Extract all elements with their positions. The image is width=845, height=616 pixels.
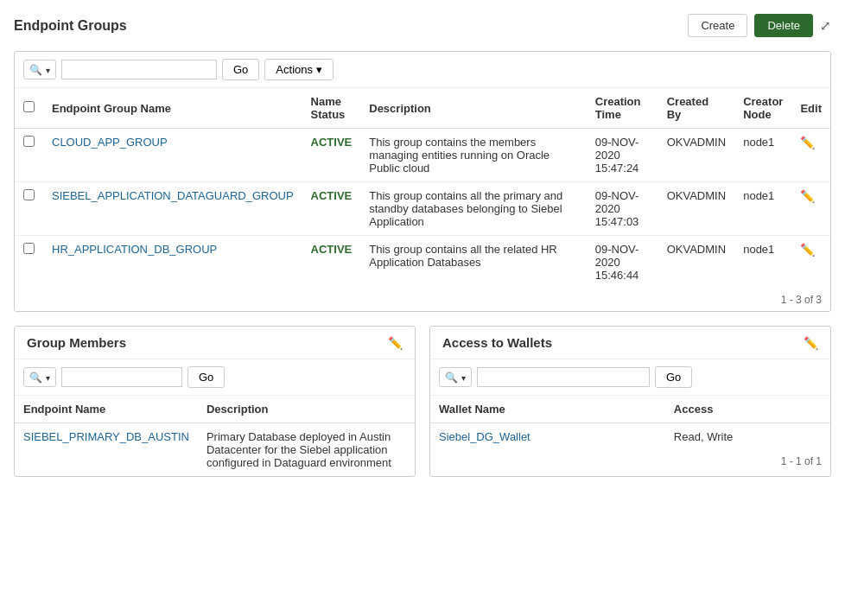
header-buttons: Create Delete ⤢ <box>688 14 831 37</box>
wallet-name-link[interactable]: Siebel_DG_Wallet <box>439 430 531 443</box>
row-name: CLOUD_APP_GROUP <box>43 129 302 182</box>
expand-icon[interactable]: ⤢ <box>820 18 831 34</box>
row-name: SIEBEL_APPLICATION_DATAGUARD_GROUP <box>43 182 302 236</box>
row-description: This group contains all the related HR A… <box>360 236 587 289</box>
row-edit-icon[interactable]: ✏️ <box>800 189 815 203</box>
row-edit: ✏️ <box>791 129 830 182</box>
actions-button[interactable]: Actions ▾ <box>264 59 334 80</box>
row-checkbox[interactable] <box>23 136 35 147</box>
row-edit-icon[interactable]: ✏️ <box>800 136 815 149</box>
row-edit: ✏️ <box>791 182 830 236</box>
table-row: HR_APPLICATION_DB_GROUP ACTIVE This grou… <box>15 236 830 289</box>
atw-row-wallet-name: Siebel_DG_Wallet <box>430 423 665 451</box>
gm-table-row: SIEBEL_PRIMARY_DB_AUSTIN Primary Databas… <box>15 423 415 477</box>
search-icon: 🔍 <box>29 64 42 76</box>
group-name-link[interactable]: HR_APPLICATION_DB_GROUP <box>52 243 217 256</box>
atw-search-icon: 🔍 <box>445 372 458 384</box>
row-creation-time: 09-NOV-202015:47:24 <box>587 129 658 182</box>
atw-table: Wallet Name Access Siebel_DG_Wallet Read… <box>430 396 830 450</box>
main-section: 🔍 Go Actions ▾ Endpoint Group Name NameS… <box>14 51 831 312</box>
row-creation-time: 09-NOV-202015:47:03 <box>587 182 658 236</box>
row-created-by: OKVADMIN <box>658 182 734 236</box>
group-name-link[interactable]: CLOUD_APP_GROUP <box>52 136 168 149</box>
atw-search-dropdown-icon[interactable] <box>461 371 466 384</box>
atw-search-input[interactable] <box>477 367 650 387</box>
col-name-status: NameStatus <box>302 88 361 129</box>
row-creator-node: node1 <box>734 236 791 289</box>
gm-header-row: Endpoint Name Description <box>15 396 415 423</box>
group-members-header: Group Members ✏️ <box>15 327 415 359</box>
row-description: This group contains the members managing… <box>360 129 587 182</box>
row-checkbox[interactable] <box>23 189 35 200</box>
row-edit-icon[interactable]: ✏️ <box>800 243 815 257</box>
delete-button[interactable]: Delete <box>754 14 813 37</box>
col-creation-time: CreationTime <box>587 88 658 129</box>
atw-col-wallet-name: Wallet Name <box>430 396 665 423</box>
search-dropdown-icon[interactable] <box>46 63 50 76</box>
atw-header-row: Wallet Name Access <box>430 396 830 423</box>
search-input[interactable] <box>61 60 217 79</box>
row-creator-node: node1 <box>734 182 791 236</box>
atw-table-row: Siebel_DG_Wallet Read, Write <box>430 423 830 451</box>
row-description: This group contains all the primary and … <box>360 182 587 236</box>
bottom-sections: Group Members ✏️ 🔍 Go Endpoint Name Desc… <box>14 326 831 477</box>
main-toolbar: 🔍 Go Actions ▾ <box>15 52 830 88</box>
row-status: ACTIVE <box>302 129 361 182</box>
gm-search-icon: 🔍 <box>29 372 42 384</box>
page-header: Endpoint Groups Create Delete ⤢ <box>14 14 831 37</box>
select-all-checkbox[interactable] <box>23 101 35 112</box>
gm-search-box[interactable]: 🔍 <box>23 367 56 387</box>
atw-search-box[interactable]: 🔍 <box>439 367 472 387</box>
gm-row-name: SIEBEL_PRIMARY_DB_AUSTIN <box>15 423 198 477</box>
gm-search-dropdown-icon[interactable] <box>46 371 50 384</box>
atw-col-access: Access <box>665 396 830 423</box>
atw-pagination: 1 - 1 of 1 <box>430 450 830 473</box>
table-row: CLOUD_APP_GROUP ACTIVE This group contai… <box>15 129 830 182</box>
row-status: ACTIVE <box>302 236 361 289</box>
row-checkbox-cell <box>15 236 43 289</box>
group-members-table: Endpoint Name Description SIEBEL_PRIMARY… <box>15 396 415 476</box>
row-checkbox-cell <box>15 129 43 182</box>
row-name: HR_APPLICATION_DB_GROUP <box>43 236 302 289</box>
gm-col-endpoint-name: Endpoint Name <box>15 396 198 423</box>
col-description: Description <box>360 88 587 129</box>
group-name-link[interactable]: SIEBEL_APPLICATION_DATAGUARD_GROUP <box>52 189 294 202</box>
col-created-by: Created By <box>658 88 734 129</box>
search-box[interactable]: 🔍 <box>23 60 56 79</box>
col-edit: Edit <box>791 88 830 129</box>
access-to-wallets-panel: Access to Wallets ✏️ 🔍 Go Wallet Name Ac… <box>429 326 831 477</box>
row-creator-node: node1 <box>734 129 791 182</box>
row-creation-time: 09-NOV-202015:46:44 <box>587 236 658 289</box>
create-button[interactable]: Create <box>688 14 747 37</box>
gm-col-description: Description <box>198 396 415 423</box>
group-members-toolbar: 🔍 Go <box>15 359 415 396</box>
endpoint-groups-table: Endpoint Group Name NameStatus Descripti… <box>15 88 830 289</box>
row-checkbox[interactable] <box>23 243 35 254</box>
page-title: Endpoint Groups <box>14 18 127 34</box>
group-members-edit-icon[interactable]: ✏️ <box>388 336 403 350</box>
go-button[interactable]: Go <box>222 59 259 80</box>
gm-row-description: Primary Database deployed in Austin Data… <box>198 423 415 477</box>
atw-go-button[interactable]: Go <box>655 366 692 388</box>
table-row: SIEBEL_APPLICATION_DATAGUARD_GROUP ACTIV… <box>15 182 830 236</box>
atw-row-access: Read, Write <box>665 423 830 451</box>
group-members-panel: Group Members ✏️ 🔍 Go Endpoint Name Desc… <box>14 326 416 477</box>
main-pagination: 1 - 3 of 3 <box>15 289 830 311</box>
gm-search-input[interactable] <box>61 367 182 387</box>
row-checkbox-cell <box>15 182 43 236</box>
group-members-title: Group Members <box>27 335 126 350</box>
col-creator-node: CreatorNode <box>734 88 791 129</box>
atw-header: Access to Wallets ✏️ <box>430 327 830 359</box>
atw-toolbar: 🔍 Go <box>430 359 830 396</box>
row-status: ACTIVE <box>302 182 361 236</box>
endpoint-name-link[interactable]: SIEBEL_PRIMARY_DB_AUSTIN <box>23 430 189 443</box>
row-created-by: OKVADMIN <box>658 236 734 289</box>
select-all-col <box>15 88 43 129</box>
atw-edit-icon[interactable]: ✏️ <box>804 336 818 350</box>
row-created-by: OKVADMIN <box>658 129 734 182</box>
col-endpoint-group-name: Endpoint Group Name <box>43 88 302 129</box>
row-edit: ✏️ <box>791 236 830 289</box>
gm-go-button[interactable]: Go <box>187 366 225 388</box>
actions-chevron-icon: ▾ <box>316 63 322 76</box>
atw-title: Access to Wallets <box>442 335 552 350</box>
